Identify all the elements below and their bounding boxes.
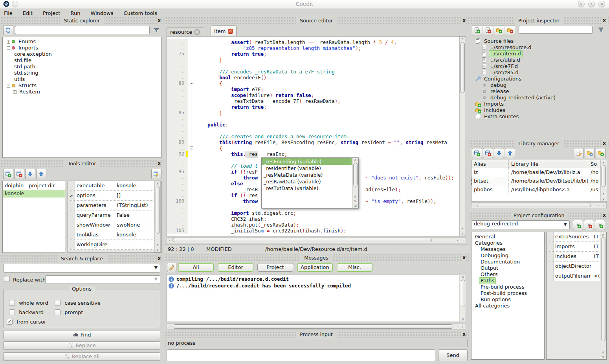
fold-margin[interactable] [189,51,195,57]
fold-margin[interactable] [189,204,195,210]
symbol-search-input[interactable] [15,26,150,34]
close-icon[interactable]: x [462,254,466,261]
library-from-project-button[interactable] [585,148,595,158]
completion-item[interactable]: _resTxtData (variable) [262,185,352,192]
code-line[interactable]: . /// creates and encodes a new resource… [167,134,459,139]
tree-item-label[interactable]: Extra sources [483,113,520,120]
editor-vscrollbar[interactable]: ∧ ∧ ∨ [459,37,466,236]
library-cell[interactable]: /home/basile/Dev/Iz/lib/iz.a [509,168,588,177]
tree-item[interactable]: core.exception [4,51,161,57]
collapse-minus-icon[interactable]: − [7,46,10,50]
static-explorer-header[interactable]: Static explorerx [0,17,164,24]
property-row[interactable]: outputFilename <( [547,271,606,281]
add-library-folder-button[interactable] [596,148,606,158]
menu-file[interactable]: File [4,10,13,16]
category-label[interactable]: Post-build process [479,290,528,296]
menu-run[interactable]: Run [70,10,80,16]
tree-item-label[interactable]: Imports [483,101,505,107]
tree-item[interactable]: release [473,88,607,95]
tree-item[interactable]: Imports [473,101,607,107]
tools-editor-header[interactable]: Tools editorx [0,160,164,167]
clear-messages-button[interactable] [167,263,176,272]
fold-margin[interactable] [189,228,195,234]
edit-library-button[interactable] [574,148,584,158]
popup-scrollbar[interactable]: ∧ ∧ ∨ ◢ [352,158,358,208]
tree-item-label[interactable]: ResItem [18,89,41,95]
tree-item[interactable]: −Structs [4,82,161,89]
add-tool-button[interactable] [3,169,13,179]
tree-item-label[interactable]: std.file [13,57,33,64]
messages-vscrollbar[interactable]: ∧ ∨ [460,274,466,322]
close-icon[interactable]: x [602,140,607,146]
property-row[interactable]: objectDirectory [547,262,606,271]
fold-margin[interactable] [189,45,195,51]
fold-margin[interactable]: − [189,145,195,151]
filter-icon[interactable] [151,25,161,35]
code-line[interactable]: . public: [167,122,459,128]
menu-custom-tools[interactable]: Custom tools [123,10,157,16]
fold-margin[interactable] [189,98,195,104]
close-icon[interactable]: x [602,17,607,24]
project-configuration-header[interactable]: Project configurationx [469,212,609,219]
fold-margin[interactable] [189,222,195,228]
checkbox-icon[interactable] [9,309,15,315]
column-header[interactable]: Alias [471,160,509,168]
close-icon[interactable]: x [157,255,161,262]
code-line[interactable]: . [167,63,459,69]
move-library-down-button[interactable] [494,148,504,158]
chevron-down-icon[interactable]: ▼ [154,265,158,270]
add-configuration-button[interactable] [573,220,583,230]
fold-margin[interactable]: − [189,80,195,86]
fold-margin[interactable] [189,39,195,45]
tree-item[interactable]: +ResItem [4,89,161,95]
tree-item[interactable]: debug-redirected (active) [473,95,607,101]
tree-item[interactable]: ../src/z85.d [473,70,607,76]
fold-margin[interactable] [189,169,195,175]
category-item[interactable]: Others [474,271,544,278]
editor-hscrollbar[interactable]: ‹ ‹ › [167,237,466,243]
tree-item-label[interactable]: core.exception [13,51,53,57]
replace-with-checkbox[interactable] [4,276,10,282]
code-line[interactable]: 90 this(string resFile, ResEncoding resE… [167,139,459,145]
fold-margin[interactable] [189,75,195,80]
code-line[interactable]: 80 − { [167,80,459,86]
code-line[interactable]: . CRC32 ihash; [167,216,459,222]
tree-item[interactable]: +Enums [4,38,161,45]
category-label[interactable]: Documentation [479,259,521,265]
tree-item-label[interactable]: debug-redirected (active) [489,95,557,101]
category-item[interactable]: Messages [474,246,544,252]
property-row[interactable]: imports (T [547,242,606,252]
category-item[interactable]: Post-build process [474,290,544,296]
close-icon[interactable]: x [462,331,466,337]
code-line[interactable]: . import e7F; [167,86,459,92]
code-line[interactable]: . /// encodes _resRawData to a e7F strin… [167,69,459,75]
messages-list[interactable]: compiling /.../build/resource.d.coedit /… [167,274,459,322]
property-row[interactable]: toolAlias konsole [68,230,161,240]
filter-all-button[interactable]: All [178,263,214,272]
fold-margin[interactable] [189,63,195,69]
category-item[interactable]: Debugging [474,252,544,259]
category-label[interactable]: Others [479,271,499,278]
tree-item-label[interactable]: release [489,88,510,95]
category-label[interactable]: All categories [474,303,511,309]
category-item[interactable]: General [474,234,544,240]
tree-item-label[interactable]: Structs [17,82,38,89]
code-line[interactable]: . _resTxtData = encode_7F(_resRawData); [167,98,459,104]
fold-margin[interactable] [189,134,195,139]
add-library-button[interactable] [472,148,482,158]
fold-margin[interactable] [189,198,195,204]
tree-item[interactable]: std.file [4,57,161,64]
configuration-vscrollbar[interactable]: ∧ ∧ ∨ [600,232,606,359]
tree-item-label[interactable]: Configurations [483,76,523,82]
fold-margin[interactable] [189,139,195,145]
checkbox-icon[interactable] [55,300,61,306]
filter-icon[interactable] [596,25,606,35]
category-label[interactable]: Categories [474,240,504,246]
tab-item[interactable]: item ✕ [211,26,237,36]
project-inspector-header[interactable]: Project inspectorx [469,17,609,24]
remove-folder-button[interactable] [505,25,515,35]
close-icon[interactable]: x [157,160,161,166]
property-row[interactable]: workingDire [68,240,161,250]
library-cell[interactable]: /us [588,185,600,194]
minimize-button[interactable]: ∨ [578,1,585,7]
